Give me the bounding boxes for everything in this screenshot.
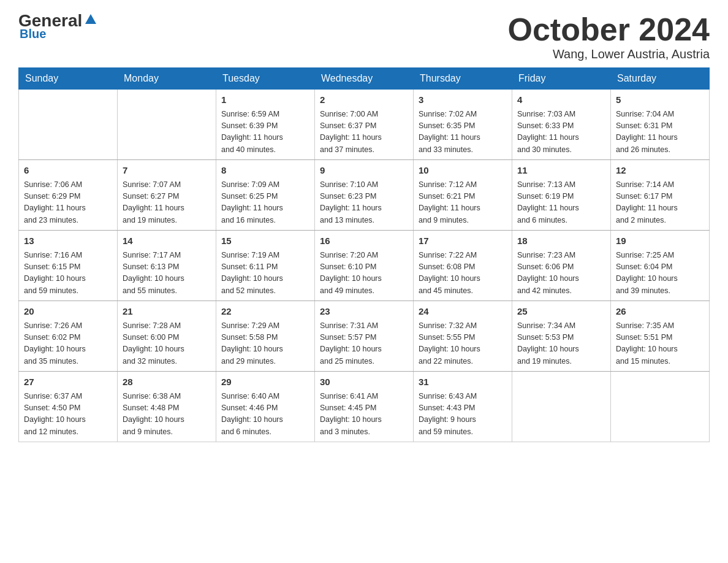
day-info: Sunrise: 7:19 AMSunset: 6:11 PMDaylight:… <box>221 250 309 297</box>
week-row-3: 13Sunrise: 7:16 AMSunset: 6:15 PMDayligh… <box>19 231 710 301</box>
day-info: Sunrise: 7:07 AMSunset: 6:27 PMDaylight:… <box>123 179 211 227</box>
day-cell: 15Sunrise: 7:19 AMSunset: 6:11 PMDayligh… <box>216 231 315 301</box>
day-cell: 31Sunrise: 6:43 AMSunset: 4:43 PMDayligh… <box>414 372 512 442</box>
day-cell <box>512 372 611 442</box>
day-info: Sunrise: 7:32 AMSunset: 5:55 PMDaylight:… <box>419 320 507 368</box>
day-number: 13 <box>24 234 112 248</box>
day-cell <box>611 372 710 442</box>
day-cell: 28Sunrise: 6:38 AMSunset: 4:48 PMDayligh… <box>118 372 216 442</box>
day-info: Sunrise: 6:40 AMSunset: 4:46 PMDaylight:… <box>221 391 309 439</box>
day-info: Sunrise: 7:02 AMSunset: 6:35 PMDaylight:… <box>419 109 507 156</box>
day-cell: 7Sunrise: 7:07 AMSunset: 6:27 PMDaylight… <box>118 160 216 231</box>
location-title: Wang, Lower Austria, Austria <box>508 47 710 61</box>
calendar-table: Sunday Monday Tuesday Wednesday Thursday… <box>18 67 710 442</box>
day-cell: 18Sunrise: 7:23 AMSunset: 6:06 PMDayligh… <box>512 231 611 301</box>
day-number: 26 <box>616 305 704 319</box>
day-info: Sunrise: 7:20 AMSunset: 6:10 PMDaylight:… <box>320 250 408 297</box>
day-info: Sunrise: 6:37 AMSunset: 4:50 PMDaylight:… <box>24 391 112 439</box>
day-info: Sunrise: 6:43 AMSunset: 4:43 PMDaylight:… <box>419 391 507 439</box>
day-cell: 9Sunrise: 7:10 AMSunset: 6:23 PMDaylight… <box>315 160 414 231</box>
header-tuesday: Tuesday <box>216 68 315 90</box>
day-cell: 12Sunrise: 7:14 AMSunset: 6:17 PMDayligh… <box>611 160 710 231</box>
day-cell: 14Sunrise: 7:17 AMSunset: 6:13 PMDayligh… <box>118 231 216 301</box>
day-info: Sunrise: 7:04 AMSunset: 6:31 PMDaylight:… <box>616 109 704 156</box>
day-info: Sunrise: 7:31 AMSunset: 5:57 PMDaylight:… <box>320 320 408 368</box>
day-number: 11 <box>517 164 605 178</box>
day-number: 2 <box>320 93 408 107</box>
day-number: 19 <box>616 234 704 248</box>
day-info: Sunrise: 7:35 AMSunset: 5:51 PMDaylight:… <box>616 320 704 368</box>
day-cell: 16Sunrise: 7:20 AMSunset: 6:10 PMDayligh… <box>315 231 414 301</box>
day-cell: 4Sunrise: 7:03 AMSunset: 6:33 PMDaylight… <box>512 90 611 160</box>
day-cell: 11Sunrise: 7:13 AMSunset: 6:19 PMDayligh… <box>512 160 611 231</box>
day-cell: 8Sunrise: 7:09 AMSunset: 6:25 PMDaylight… <box>216 160 315 231</box>
day-number: 25 <box>517 305 605 319</box>
day-number: 15 <box>221 234 309 248</box>
day-info: Sunrise: 7:28 AMSunset: 6:00 PMDaylight:… <box>123 320 211 368</box>
day-info: Sunrise: 7:06 AMSunset: 6:29 PMDaylight:… <box>24 179 112 227</box>
page-header: General Blue October 2024 Wang, Lower Au… <box>18 12 710 61</box>
day-cell: 10Sunrise: 7:12 AMSunset: 6:21 PMDayligh… <box>414 160 512 231</box>
day-cell: 19Sunrise: 7:25 AMSunset: 6:04 PMDayligh… <box>611 231 710 301</box>
day-number: 20 <box>24 305 112 319</box>
day-number: 6 <box>24 164 112 178</box>
day-number: 1 <box>221 93 309 107</box>
day-number: 31 <box>419 375 507 389</box>
day-info: Sunrise: 7:00 AMSunset: 6:37 PMDaylight:… <box>320 109 408 156</box>
day-number: 17 <box>419 234 507 248</box>
day-number: 18 <box>517 234 605 248</box>
day-cell <box>19 90 118 160</box>
day-cell: 6Sunrise: 7:06 AMSunset: 6:29 PMDaylight… <box>19 160 118 231</box>
header-monday: Monday <box>118 68 216 90</box>
day-info: Sunrise: 7:16 AMSunset: 6:15 PMDaylight:… <box>24 250 112 297</box>
day-number: 4 <box>517 93 605 107</box>
week-row-5: 27Sunrise: 6:37 AMSunset: 4:50 PMDayligh… <box>19 372 710 442</box>
day-number: 22 <box>221 305 309 319</box>
day-info: Sunrise: 7:17 AMSunset: 6:13 PMDaylight:… <box>123 250 211 297</box>
day-cell: 3Sunrise: 7:02 AMSunset: 6:35 PMDaylight… <box>414 90 512 160</box>
day-number: 21 <box>123 305 211 319</box>
day-info: Sunrise: 7:03 AMSunset: 6:33 PMDaylight:… <box>517 109 605 156</box>
day-cell: 29Sunrise: 6:40 AMSunset: 4:46 PMDayligh… <box>216 372 315 442</box>
day-cell: 27Sunrise: 6:37 AMSunset: 4:50 PMDayligh… <box>19 372 118 442</box>
day-cell: 20Sunrise: 7:26 AMSunset: 6:02 PMDayligh… <box>19 301 118 372</box>
logo: General Blue <box>18 12 97 41</box>
day-info: Sunrise: 7:29 AMSunset: 5:58 PMDaylight:… <box>221 320 309 368</box>
day-cell: 26Sunrise: 7:35 AMSunset: 5:51 PMDayligh… <box>611 301 710 372</box>
day-number: 30 <box>320 375 408 389</box>
day-cell: 30Sunrise: 6:41 AMSunset: 4:45 PMDayligh… <box>315 372 414 442</box>
day-info: Sunrise: 7:13 AMSunset: 6:19 PMDaylight:… <box>517 179 605 227</box>
day-number: 23 <box>320 305 408 319</box>
month-title: October 2024 <box>508 12 710 47</box>
day-cell: 21Sunrise: 7:28 AMSunset: 6:00 PMDayligh… <box>118 301 216 372</box>
day-info: Sunrise: 7:10 AMSunset: 6:23 PMDaylight:… <box>320 179 408 227</box>
day-info: Sunrise: 7:34 AMSunset: 5:53 PMDaylight:… <box>517 320 605 368</box>
day-number: 5 <box>616 93 704 107</box>
day-info: Sunrise: 7:23 AMSunset: 6:06 PMDaylight:… <box>517 250 605 297</box>
day-cell: 17Sunrise: 7:22 AMSunset: 6:08 PMDayligh… <box>414 231 512 301</box>
day-info: Sunrise: 6:41 AMSunset: 4:45 PMDaylight:… <box>320 391 408 439</box>
day-cell: 2Sunrise: 7:00 AMSunset: 6:37 PMDaylight… <box>315 90 414 160</box>
day-info: Sunrise: 7:22 AMSunset: 6:08 PMDaylight:… <box>419 250 507 297</box>
day-number: 8 <box>221 164 309 178</box>
week-row-2: 6Sunrise: 7:06 AMSunset: 6:29 PMDaylight… <box>19 160 710 231</box>
day-cell: 23Sunrise: 7:31 AMSunset: 5:57 PMDayligh… <box>315 301 414 372</box>
day-number: 10 <box>419 164 507 178</box>
day-info: Sunrise: 7:26 AMSunset: 6:02 PMDaylight:… <box>24 320 112 368</box>
day-number: 3 <box>419 93 507 107</box>
day-cell: 13Sunrise: 7:16 AMSunset: 6:15 PMDayligh… <box>19 231 118 301</box>
day-number: 24 <box>419 305 507 319</box>
day-number: 28 <box>123 375 211 389</box>
day-cell: 22Sunrise: 7:29 AMSunset: 5:58 PMDayligh… <box>216 301 315 372</box>
day-info: Sunrise: 7:09 AMSunset: 6:25 PMDaylight:… <box>221 179 309 227</box>
day-cell: 1Sunrise: 6:59 AMSunset: 6:39 PMDaylight… <box>216 90 315 160</box>
day-number: 7 <box>123 164 211 178</box>
day-info: Sunrise: 7:12 AMSunset: 6:21 PMDaylight:… <box>419 179 507 227</box>
day-info: Sunrise: 7:14 AMSunset: 6:17 PMDaylight:… <box>616 179 704 227</box>
day-number: 14 <box>123 234 211 248</box>
header-friday: Friday <box>512 68 611 90</box>
header-sunday: Sunday <box>19 68 118 90</box>
day-number: 12 <box>616 164 704 178</box>
day-cell: 24Sunrise: 7:32 AMSunset: 5:55 PMDayligh… <box>414 301 512 372</box>
header-wednesday: Wednesday <box>315 68 414 90</box>
